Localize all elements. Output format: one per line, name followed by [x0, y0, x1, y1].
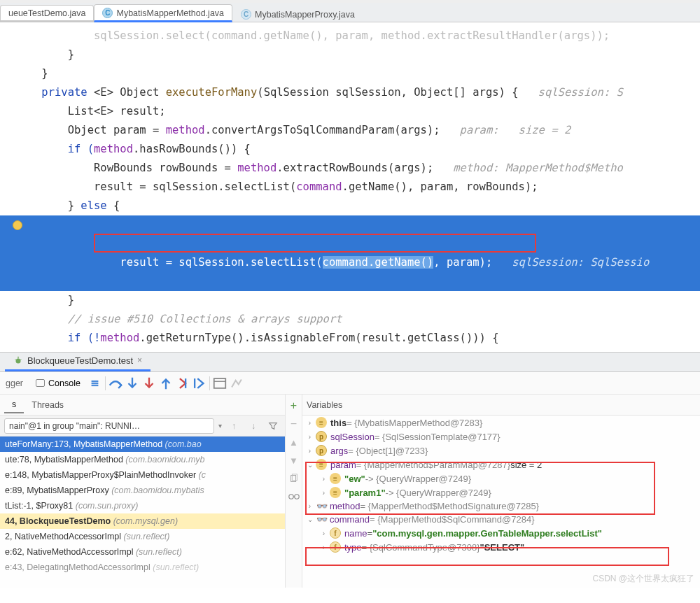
debugger-tab[interactable]: gger: [0, 376, 29, 390]
file-tab-mapperproxy[interactable]: C MybatisMapperProxy.java: [232, 6, 363, 22]
debug-tabs-bar: BlockqueueTestDemo.test ×: [0, 353, 700, 372]
next-frame-icon[interactable]: ↓: [246, 418, 261, 434]
svg-point-16: [288, 495, 293, 499]
intention-bulb-icon[interactable]: [13, 220, 22, 230]
var-row[interactable]: ›≡"param1" -> {QueryWrapper@7249}: [302, 485, 700, 499]
frames-column: s Threads nain"@1 in group "main": RUNNI…: [0, 395, 286, 588]
glasses-icon: 👓: [316, 514, 328, 525]
thread-selector-row: nain"@1 in group "main": RUNNI… ▾ ↑ ↓: [0, 416, 285, 437]
svg-rect-4: [92, 381, 98, 382]
var-row[interactable]: ⌄👓command = {MapperMethod$SqlCommand@728…: [302, 513, 700, 526]
bug-icon: [13, 355, 23, 365]
close-icon[interactable]: ×: [137, 355, 142, 365]
code-text: if (: [15, 350, 120, 352]
code-text: RowBounds rowBounds =: [15, 162, 237, 174]
code-text: .getReturnType().isArray()) {: [159, 350, 349, 352]
variables-tree[interactable]: ›≡this = {MybatisMapperMethod@7283} ›psq…: [302, 416, 700, 588]
stack-frame[interactable]: 2, NativeMethodAccessorImpl (sun.reflect…: [0, 529, 285, 544]
run-to-cursor-icon[interactable]: [192, 376, 207, 391]
chevron-down-icon[interactable]: ▾: [218, 422, 222, 430]
var-row[interactable]: ›psqlSession = {SqlSessionTemplate@7177}: [302, 430, 700, 444]
code-text: if (!: [15, 332, 100, 344]
force-step-into-icon[interactable]: [141, 376, 157, 391]
down-icon[interactable]: ▼: [286, 453, 302, 468]
glasses-icon[interactable]: [286, 489, 302, 504]
stack-frame[interactable]: e:62, NativeMethodAccessorImpl (sun.refl…: [0, 544, 285, 560]
threads-view-icon[interactable]: [88, 376, 103, 391]
stack-frame[interactable]: e:89, MybatisMapperProxy (com.baomidou.m…: [0, 483, 285, 498]
frames-tab[interactable]: s: [4, 397, 24, 413]
code-comment: // issue #510 Collections & arrays suppo…: [15, 313, 342, 325]
field-icon: f: [330, 541, 341, 553]
var-row[interactable]: ›pargs = {Object[1]@7233}: [302, 444, 700, 457]
code-text: private: [15, 86, 94, 99]
svg-line-3: [20, 359, 22, 360]
file-tab-label: MybatisMapperProxy.java: [255, 10, 355, 20]
code-text: if (: [15, 143, 94, 155]
debug-lower: s Threads nain"@1 in group "main": RUNNI…: [0, 395, 700, 588]
debug-tab-runconfig[interactable]: BlockqueueTestDemo.test ×: [5, 353, 150, 371]
code-text: method: [166, 124, 205, 136]
java-class-icon: C: [241, 9, 251, 20]
code-selection: command.getName(): [323, 256, 434, 269]
step-into-icon[interactable]: [125, 376, 140, 391]
copy-icon[interactable]: [286, 471, 302, 486]
frames-header: s Threads: [0, 395, 285, 416]
code-text: Object param =: [15, 124, 166, 136]
code-text: }: [15, 67, 48, 80]
inline-hint: sqlSession: S: [538, 86, 623, 99]
editor-tabs: ueueTestDemo.java C MybatisMapperMethod.…: [0, 3, 700, 22]
code-editor[interactable]: sqlSession.select(command.getName(), par…: [0, 22, 700, 352]
code-text: result = sqlSession.selectList(: [15, 180, 296, 193]
var-row[interactable]: ⌄≡param = {MapperMethod$ParamMap@7287} s…: [302, 457, 700, 471]
glasses-icon: 👓: [316, 501, 328, 511]
step-over-icon[interactable]: [108, 376, 123, 391]
svg-point-17: [294, 495, 298, 499]
code-text: .convertArgsToSqlCommandParam(args);: [205, 124, 460, 136]
code-text: }: [15, 199, 80, 212]
new-watch-icon[interactable]: +: [286, 398, 302, 413]
code-text: .hasRowBounds()) {: [133, 143, 251, 155]
inline-hint: sqlSession: SqlSessio: [492, 256, 649, 269]
stack-frame[interactable]: tList:-1, $Proxy81 (com.sun.proxy): [0, 498, 285, 513]
threads-tab[interactable]: Threads: [24, 397, 71, 413]
code-text: <E> Object: [94, 86, 166, 99]
file-tab-testdemo[interactable]: ueueTestDemo.java: [0, 5, 94, 22]
code-text: (SqlSession sqlSession, Object[] args) {: [257, 86, 538, 99]
evaluate-expression-icon[interactable]: [212, 376, 227, 391]
file-tab-mappermethod[interactable]: C MybatisMapperMethod.java: [94, 4, 232, 22]
thread-selector[interactable]: nain"@1 in group "main": RUNNI…: [4, 418, 214, 434]
code-text: }: [15, 48, 74, 61]
trace-icon[interactable]: [229, 376, 244, 391]
svg-line-2: [15, 359, 17, 360]
stack-frame[interactable]: uteForMany:173, MybatisMapperMethod (com…: [0, 437, 285, 452]
step-out-icon[interactable]: [158, 376, 174, 391]
prev-frame-icon[interactable]: ↑: [226, 418, 241, 434]
var-row[interactable]: ›👓method = {MapperMethod$MethodSignature…: [302, 499, 700, 513]
stack-frame[interactable]: e:148, MybatisMapperProxy$PlainMethodInv…: [0, 467, 285, 483]
java-class-icon: C: [102, 8, 113, 18]
code-text: List<E> result;: [15, 105, 166, 118]
filter-frames-icon[interactable]: [265, 418, 281, 434]
param-icon: p: [316, 445, 327, 456]
inline-hint: method: MapperMethod$Metho: [453, 162, 623, 174]
file-tab-label: ueueTestDemo.java: [8, 8, 85, 18]
code-text: method: [237, 162, 276, 174]
breakpoint-line[interactable]: result = sqlSession.selectList(command.g…: [0, 215, 700, 291]
svg-rect-12: [214, 378, 226, 388]
var-row[interactable]: ›ftype = {SqlCommandType@7308} "SELECT": [302, 540, 700, 554]
stack-frame[interactable]: e:43, DelegatingMethodAccessorImpl (sun.…: [0, 560, 285, 575]
stack-frame[interactable]: 44, BlockqueueTestDemo (com.mysql.gen): [0, 513, 285, 529]
var-row[interactable]: ›≡"ew" -> {QueryWrapper@7249}: [302, 471, 700, 485]
drop-frame-icon[interactable]: [175, 376, 190, 391]
param-icon: p: [316, 431, 327, 442]
stack-frame[interactable]: ute:78, MybatisMapperMethod (com.baomido…: [0, 452, 285, 467]
var-row[interactable]: ›≡this = {MybatisMapperMethod@7283}: [302, 416, 700, 430]
frames-list[interactable]: uteForMany:173, MybatisMapperMethod (com…: [0, 437, 285, 588]
console-tab[interactable]: Console: [30, 376, 86, 390]
code-text: method: [94, 143, 133, 155]
remove-watch-icon[interactable]: −: [286, 416, 302, 432]
variables-column: Variables ›≡this = {MybatisMapperMethod@…: [302, 395, 700, 588]
var-row[interactable]: ›fname = "com.mysql.gen.mapper.GenTableM…: [302, 526, 700, 540]
up-icon[interactable]: ▲: [286, 434, 302, 450]
